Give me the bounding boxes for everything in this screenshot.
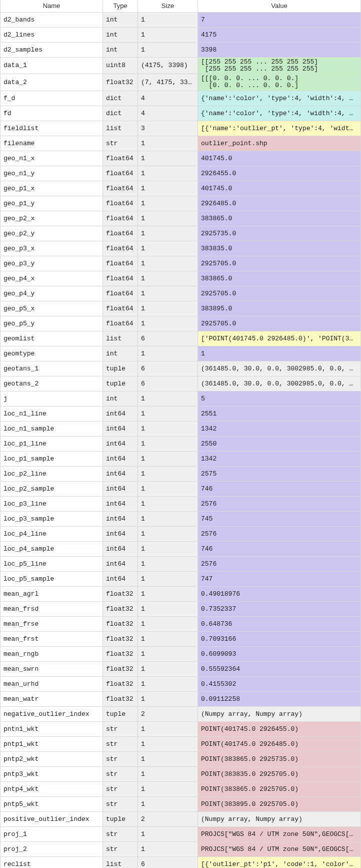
table-row[interactable]: geo_p2_yfloat6412925735.0 — [0, 226, 361, 241]
cell-size[interactable]: 2 — [138, 811, 198, 826]
table-row[interactable]: data_2float32(7, 4175, 3398)[[[0. 0. 0. … — [0, 74, 361, 91]
cell-type[interactable]: tuple — [103, 811, 138, 826]
cell-value[interactable]: 2926455.0 — [198, 166, 361, 181]
cell-size[interactable]: 1 — [138, 616, 198, 631]
cell-name[interactable]: d2_bands — [0, 12, 103, 27]
cell-type[interactable]: int64 — [103, 451, 138, 466]
table-row[interactable]: geomtypeint11 — [0, 346, 361, 361]
cell-value[interactable]: 2925735.0 — [198, 226, 361, 241]
cell-value[interactable]: 746 — [198, 541, 361, 556]
cell-type[interactable]: int64 — [103, 481, 138, 496]
cell-name[interactable]: data_2 — [0, 74, 103, 91]
cell-value[interactable]: POINT(383895.0 2925705.0) — [198, 796, 361, 811]
cell-value[interactable]: POINT(383835.0 2925705.0) — [198, 766, 361, 781]
cell-size[interactable]: 6 — [138, 331, 198, 346]
cell-name[interactable]: geotans_2 — [0, 376, 103, 391]
cell-name[interactable]: loc_p4_sample — [0, 541, 103, 556]
cell-name[interactable]: loc_p3_line — [0, 496, 103, 511]
cell-size[interactable]: 1 — [138, 406, 198, 421]
cell-type[interactable]: str — [103, 721, 138, 736]
cell-size[interactable]: 1 — [138, 631, 198, 646]
table-row[interactable]: loc_n1_sampleint6411342 — [0, 421, 361, 436]
cell-name[interactable]: loc_p5_sample — [0, 571, 103, 586]
cell-size[interactable]: 1 — [138, 481, 198, 496]
cell-size[interactable]: 1 — [138, 421, 198, 436]
cell-name[interactable]: j — [0, 391, 103, 406]
cell-value[interactable]: [{'name':'outlier_pt', 'type':4, 'widt… — [198, 121, 361, 136]
cell-type[interactable]: int — [103, 27, 138, 42]
cell-name[interactable]: d2_lines — [0, 27, 103, 42]
cell-size[interactable]: 1 — [138, 601, 198, 616]
cell-value[interactable]: 401745.0 — [198, 181, 361, 196]
cell-name[interactable]: pntp5_wkt — [0, 796, 103, 811]
cell-type[interactable]: str — [103, 736, 138, 751]
cell-type[interactable]: tuple — [103, 376, 138, 391]
cell-type[interactable]: float64 — [103, 316, 138, 331]
cell-name[interactable]: mean_agrl — [0, 586, 103, 601]
cell-value[interactable]: 2925705.0 — [198, 256, 361, 271]
cell-name[interactable]: loc_p5_line — [0, 556, 103, 571]
cell-name[interactable]: geo_p2_y — [0, 226, 103, 241]
cell-size[interactable]: 1 — [138, 556, 198, 571]
cell-type[interactable]: dict — [103, 106, 138, 121]
cell-name[interactable]: mean_frst — [0, 631, 103, 646]
cell-name[interactable]: pntp3_wkt — [0, 766, 103, 781]
cell-size[interactable]: 6 — [138, 361, 198, 376]
table-row[interactable]: loc_p3_lineint6412576 — [0, 496, 361, 511]
cell-type[interactable]: str — [103, 136, 138, 151]
header-size[interactable]: Size — [138, 0, 198, 12]
table-row[interactable]: geotans_2tuple6(361485.0, 30.0, 0.0, 300… — [0, 376, 361, 391]
cell-name[interactable]: loc_p1_sample — [0, 451, 103, 466]
cell-size[interactable]: 1 — [138, 286, 198, 301]
cell-value[interactable]: ['POINT(401745.0 2926485.0)', 'POINT(3… — [198, 331, 361, 346]
table-row[interactable]: d2_bandsint17 — [0, 12, 361, 27]
cell-type[interactable]: float32 — [103, 74, 138, 91]
cell-value[interactable]: 0.7093166 — [198, 631, 361, 646]
cell-size[interactable]: 1 — [138, 136, 198, 151]
cell-value[interactable]: 2551 — [198, 406, 361, 421]
cell-type[interactable]: str — [103, 796, 138, 811]
cell-size[interactable]: 1 — [138, 256, 198, 271]
cell-name[interactable]: reclist — [0, 856, 103, 868]
cell-size[interactable]: 1 — [138, 27, 198, 42]
table-row[interactable]: mean_frsdfloat3210.7352337 — [0, 601, 361, 616]
cell-size[interactable]: 1 — [138, 586, 198, 601]
cell-value[interactable]: 3398 — [198, 42, 361, 57]
cell-value[interactable]: outlier_point.shp — [198, 136, 361, 151]
cell-name[interactable]: pntp4_wkt — [0, 781, 103, 796]
cell-value[interactable]: 745 — [198, 511, 361, 526]
cell-size[interactable]: 1 — [138, 451, 198, 466]
table-row[interactable]: f_ddict4{'name':'color', 'type':4, 'widt… — [0, 91, 361, 106]
header-type[interactable]: Type — [103, 0, 138, 12]
cell-name[interactable]: pntp1_wkt — [0, 736, 103, 751]
cell-size[interactable]: 1 — [138, 721, 198, 736]
cell-size[interactable]: 1 — [138, 166, 198, 181]
cell-value[interactable]: (361485.0, 30.0, 0.0, 3002985.0, 0.0, … — [198, 361, 361, 376]
cell-size[interactable]: 1 — [138, 541, 198, 556]
table-row[interactable]: geo_n1_xfloat641401745.0 — [0, 151, 361, 166]
cell-type[interactable]: str — [103, 781, 138, 796]
cell-size[interactable]: 1 — [138, 826, 198, 841]
cell-name[interactable]: geo_p5_y — [0, 316, 103, 331]
table-row[interactable]: reclistlist6[{'outlier_pt':'p1', 'code':… — [0, 856, 361, 868]
cell-value[interactable]: 2926485.0 — [198, 196, 361, 211]
cell-name[interactable]: geo_p3_x — [0, 241, 103, 256]
table-row[interactable]: loc_n1_lineint6412551 — [0, 406, 361, 421]
cell-size[interactable]: 1 — [138, 12, 198, 27]
cell-type[interactable]: float32 — [103, 601, 138, 616]
cell-name[interactable]: mean_swrn — [0, 661, 103, 676]
table-row[interactable]: geo_p3_xfloat641383835.0 — [0, 241, 361, 256]
cell-value[interactable]: PROJCS["WGS 84 / UTM zone 50N",GEOGCS[… — [198, 826, 361, 841]
cell-type[interactable]: float64 — [103, 166, 138, 181]
cell-size[interactable]: 1 — [138, 271, 198, 286]
cell-value[interactable]: PROJCS["WGS 84 / UTM zone 50N",GEOGCS[… — [198, 841, 361, 856]
cell-type[interactable]: int64 — [103, 496, 138, 511]
cell-type[interactable]: int — [103, 346, 138, 361]
table-row[interactable]: mean_swrnfloat3210.55592364 — [0, 661, 361, 676]
cell-value[interactable]: 7 — [198, 12, 361, 27]
cell-type[interactable]: tuple — [103, 361, 138, 376]
cell-name[interactable]: proj_2 — [0, 841, 103, 856]
cell-name[interactable]: geo_n1_y — [0, 166, 103, 181]
cell-value[interactable]: 401745.0 — [198, 151, 361, 166]
cell-value[interactable]: 0.55592364 — [198, 661, 361, 676]
